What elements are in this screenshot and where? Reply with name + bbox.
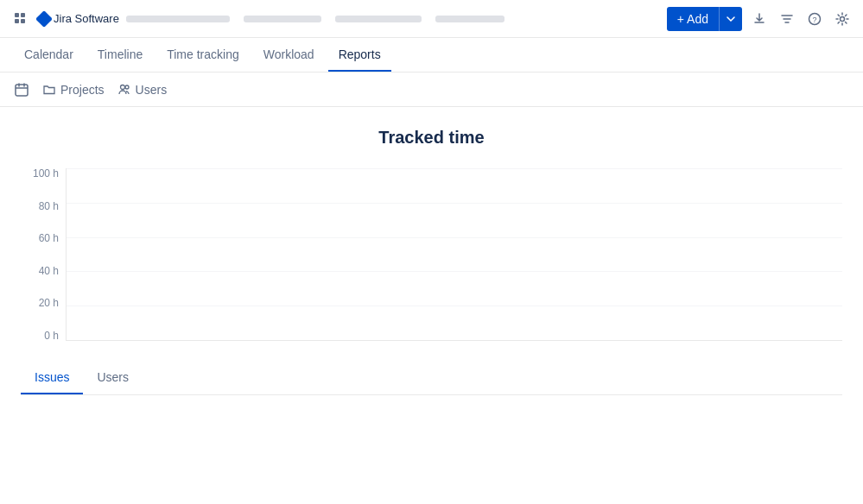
y-label-0h: 0 h bbox=[28, 331, 59, 341]
jira-logo-icon bbox=[35, 10, 53, 28]
download-icon bbox=[752, 12, 766, 26]
y-label-60h: 60 h bbox=[28, 233, 59, 243]
nav-placeholder-1 bbox=[126, 16, 230, 22]
users-icon bbox=[118, 84, 130, 96]
top-bar-left: Jira Software bbox=[10, 9, 660, 29]
svg-rect-0 bbox=[15, 13, 19, 17]
content-area: Tracked time 0 h 20 h 40 h 60 h 80 h 100… bbox=[0, 107, 863, 395]
tab-calendar[interactable]: Calendar bbox=[14, 38, 84, 72]
add-button-group: + Add bbox=[667, 7, 742, 31]
svg-point-6 bbox=[841, 16, 845, 21]
y-label-40h: 40 h bbox=[28, 266, 59, 276]
download-button[interactable] bbox=[749, 9, 770, 29]
projects-label: Projects bbox=[60, 83, 105, 97]
nav-placeholder-4 bbox=[435, 16, 504, 22]
svg-point-9 bbox=[125, 85, 129, 89]
grid-line-100 bbox=[67, 168, 842, 169]
y-label-20h: 20 h bbox=[28, 298, 59, 308]
grid-icon bbox=[14, 12, 28, 26]
top-bar: Jira Software + Add bbox=[0, 0, 863, 38]
users-filter[interactable]: Users bbox=[118, 79, 168, 100]
svg-point-8 bbox=[120, 85, 124, 89]
app-name: Jira Software bbox=[54, 12, 119, 25]
grid-line-20 bbox=[67, 306, 842, 306]
settings-icon bbox=[835, 12, 849, 26]
svg-rect-3 bbox=[21, 19, 25, 23]
main-nav: Calendar Timeline Time tracking Workload… bbox=[0, 38, 863, 72]
users-label: Users bbox=[136, 83, 168, 97]
top-bar-right: + Add ? bbox=[667, 7, 853, 31]
calendar-icon-button[interactable] bbox=[14, 82, 29, 98]
svg-rect-1 bbox=[21, 13, 25, 17]
filter-icon bbox=[780, 12, 794, 26]
tab-workload[interactable]: Workload bbox=[253, 38, 325, 72]
y-label-100h: 100 h bbox=[28, 168, 59, 179]
grid-line-60 bbox=[67, 237, 842, 238]
grid-line-40 bbox=[67, 271, 842, 272]
add-button-dropdown[interactable] bbox=[719, 7, 742, 31]
settings-button[interactable] bbox=[832, 9, 853, 29]
svg-rect-7 bbox=[16, 85, 28, 96]
chevron-down-icon bbox=[727, 16, 735, 22]
tab-users[interactable]: Users bbox=[83, 362, 143, 394]
chart-title: Tracked time bbox=[21, 128, 842, 148]
sub-bar: Projects Users bbox=[0, 72, 863, 107]
chart-area: 0 h 20 h 40 h 60 h 80 h 100 h bbox=[21, 168, 842, 341]
add-button[interactable]: + Add bbox=[667, 7, 719, 31]
y-label-80h: 80 h bbox=[28, 201, 59, 211]
grid-menu-button[interactable] bbox=[10, 9, 31, 29]
filter-button[interactable] bbox=[777, 9, 797, 29]
svg-text:?: ? bbox=[812, 16, 816, 24]
help-button[interactable]: ? bbox=[804, 9, 825, 29]
logo-area[interactable]: Jira Software bbox=[38, 12, 119, 25]
help-icon: ? bbox=[808, 12, 822, 26]
tab-issues[interactable]: Issues bbox=[21, 362, 83, 394]
nav-placeholder-2 bbox=[244, 16, 321, 22]
nav-placeholders bbox=[126, 16, 660, 22]
nav-placeholder-3 bbox=[335, 16, 422, 22]
bottom-tabs: Issues Users bbox=[21, 362, 842, 395]
tab-timeline[interactable]: Timeline bbox=[87, 38, 153, 72]
y-axis: 0 h 20 h 40 h 60 h 80 h 100 h bbox=[28, 168, 66, 341]
chart-plot bbox=[66, 168, 842, 341]
grid-line-80 bbox=[67, 203, 842, 204]
svg-rect-2 bbox=[15, 19, 19, 23]
tab-time-tracking[interactable]: Time tracking bbox=[156, 38, 250, 72]
tab-reports[interactable]: Reports bbox=[328, 38, 391, 72]
projects-filter[interactable]: Projects bbox=[43, 79, 105, 100]
calendar-icon bbox=[14, 82, 29, 98]
folder-icon bbox=[43, 84, 55, 96]
